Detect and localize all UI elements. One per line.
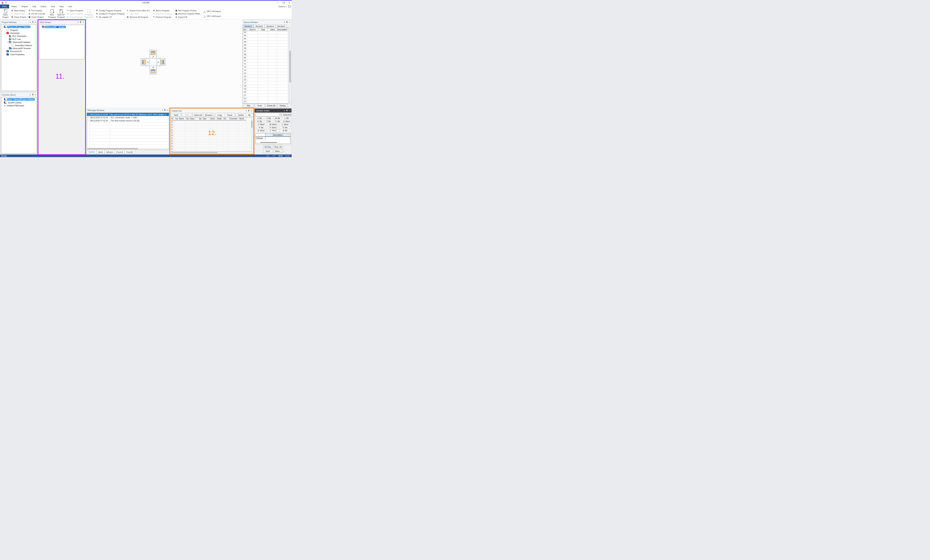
empty-cell[interactable] [277, 75, 288, 78]
column-header-var-name[interactable]: Var. Name [174, 117, 185, 120]
horizontal-scrollbar[interactable] [171, 152, 251, 153]
help-icon[interactable]: ? [288, 5, 291, 8]
empty-cell[interactable] [217, 120, 223, 123]
setting-button[interactable]: Setting [277, 104, 288, 107]
empty-cell[interactable] [174, 129, 185, 131]
pin-icon[interactable] [32, 21, 34, 23]
column-header-value[interactable]: Value [268, 28, 277, 31]
empty-cell[interactable] [223, 134, 228, 137]
re-register-st-button[interactable]: ↻Re-register ST [95, 15, 126, 18]
description-cell[interactable] [265, 137, 290, 140]
empty-cell[interactable] [174, 142, 185, 145]
vertical-scrollbar[interactable] [251, 117, 253, 152]
import-fb-button[interactable]: ⇊Import FB [174, 15, 201, 18]
empty-cell[interactable] [258, 85, 268, 88]
empty-cell[interactable] [196, 131, 210, 134]
save-button[interactable]: Save [263, 149, 273, 153]
empty-cell[interactable] [277, 63, 288, 66]
table-row[interactable]: 16 [243, 78, 289, 81]
tree-item-ethernet-ip-adapter[interactable]: ∨Ethernet/IP Adapter [1, 41, 37, 44]
table-row[interactable]: 0.. [171, 129, 251, 131]
menu-tab-file[interactable]: FILE [0, 5, 9, 8]
empty-cell[interactable] [268, 72, 277, 75]
empty-cell[interactable] [223, 140, 228, 142]
empty-cell[interactable] [277, 56, 288, 59]
empty-cell[interactable] [247, 31, 258, 34]
empty-cell[interactable] [185, 145, 196, 148]
tab-found1[interactable]: Found1 [115, 151, 125, 154]
expand-arrow-icon[interactable]: ∨ [2, 26, 4, 28]
empty-cell[interactable] [268, 94, 277, 97]
empty-cell[interactable] [223, 137, 228, 140]
empty-cell[interactable] [277, 47, 288, 50]
empty-cell[interactable] [239, 142, 246, 145]
empty-cell[interactable] [247, 34, 258, 37]
empty-cell[interactable] [174, 140, 185, 142]
empty-cell[interactable] [185, 134, 196, 137]
empty-cell[interactable] [196, 129, 210, 131]
empty-cell[interactable] [228, 134, 239, 137]
restore-program-button[interactable]: ↻Restore Program [152, 15, 173, 18]
delete-button[interactable]: Delete [236, 113, 246, 117]
tab-system[interactable]: System [87, 150, 97, 154]
table-row[interactable]: 0.. [171, 123, 251, 126]
empty-cell[interactable] [185, 120, 196, 123]
row-number-cell[interactable]: 20 [243, 91, 247, 94]
window-position-icon[interactable]: ▾ [162, 109, 163, 111]
x-bit-button[interactable]: X: Bit [255, 117, 264, 120]
empty-cell[interactable] [247, 100, 258, 103]
add-a-program-button[interactable]: ⊞Add a Program [152, 9, 173, 12]
empty-cell[interactable] [223, 123, 228, 126]
variable-search-combobox[interactable]: ▼ [256, 113, 281, 116]
empty-cell[interactable] [247, 78, 258, 81]
row-number-cell[interactable]: 16 [243, 78, 247, 81]
empty-cell[interactable] [174, 131, 185, 134]
empty-cell[interactable] [247, 44, 258, 47]
m-bit-button[interactable]: M: Bit [273, 117, 282, 120]
table-row[interactable]: 17 [243, 81, 289, 85]
empty-cell[interactable] [258, 75, 268, 78]
column-header-devic[interactable]: Devic... [210, 117, 217, 120]
l-word-button[interactable]: L: Word [279, 123, 291, 126]
empty-cell[interactable] [223, 120, 228, 123]
empty-cell[interactable] [185, 140, 196, 142]
clone-project-button[interactable]: ▣Clone Project [27, 15, 46, 18]
close-project-button[interactable]: ⊠Close Project [10, 15, 27, 18]
row-number-cell[interactable]: 0.. [171, 145, 174, 148]
table-row[interactable]: 12 [243, 66, 289, 69]
empty-cell[interactable] [268, 40, 277, 44]
table-row[interactable]: 0.. [171, 142, 251, 145]
empty-cell[interactable] [228, 129, 239, 131]
column-header-n[interactable]: N. [171, 117, 174, 120]
empty-cell[interactable] [277, 50, 288, 53]
empty-cell[interactable] [268, 91, 277, 94]
copy-button[interactable]: Copy [215, 113, 225, 117]
empty-cell[interactable] [185, 131, 196, 134]
tree-item-parameter[interactable]: ∨Parameter [1, 32, 37, 35]
empty-cell[interactable] [217, 148, 223, 150]
tree-item-reserved-io[interactable]: ›Reserved IO [1, 50, 37, 53]
empty-cell[interactable] [268, 50, 277, 53]
empty-cell[interactable] [268, 34, 277, 37]
empty-cell[interactable] [247, 72, 258, 75]
table-row[interactable]: 0.. [171, 126, 251, 129]
menu-tab-edit[interactable]: Edit [30, 5, 38, 8]
remove-program-pass-button[interactable]: ▩Remove Program PASS [174, 12, 201, 15]
table-row[interactable]: 04 [243, 40, 289, 44]
row-number-cell[interactable]: 10 [243, 59, 247, 63]
close-icon[interactable]: × [83, 22, 84, 23]
menu-tab-tool[interactable]: Tool [66, 5, 74, 8]
row-number-cell[interactable]: 14 [243, 72, 247, 75]
empty-cell[interactable] [268, 81, 277, 85]
opc-ua-import-button[interactable]: ↓OPCOPC UA Import [202, 9, 222, 14]
c-bit-button[interactable]: C: Bit [273, 120, 282, 123]
table-row[interactable]: 03 [243, 37, 289, 40]
empty-cell[interactable] [258, 81, 268, 85]
empty-cell[interactable] [239, 123, 246, 126]
empty-cell[interactable] [210, 137, 217, 140]
row-number-cell[interactable]: 19 [243, 88, 247, 91]
empty-cell[interactable] [217, 129, 223, 131]
empty-cell[interactable] [277, 88, 288, 91]
table-row[interactable]: 0.. [171, 151, 251, 152]
empty-cell[interactable] [196, 151, 210, 152]
